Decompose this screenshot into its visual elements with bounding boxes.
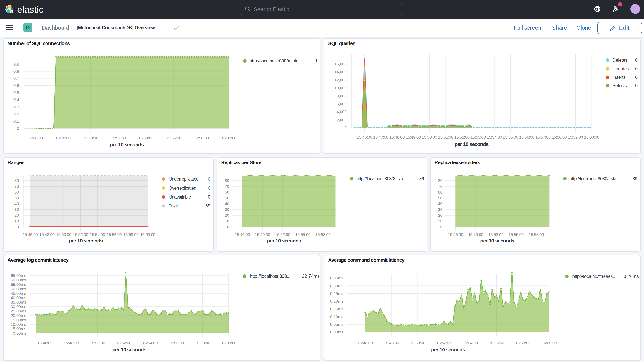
svg-text:15:58:00: 15:58:00 [124, 232, 139, 237]
svg-text:Selects: Selects [612, 83, 627, 88]
svg-text:per 10 seconds: per 10 seconds [112, 347, 146, 352]
svg-text:15:46:00: 15:46:00 [37, 340, 52, 345]
svg-text:15:55:00: 15:55:00 [295, 232, 310, 237]
svg-text:0.3: 0.3 [14, 105, 19, 109]
svg-text:15:46:00: 15:46:00 [235, 232, 250, 237]
svg-text:0.10ms: 0.10ms [330, 314, 344, 319]
svg-text:15:54:00: 15:54:00 [90, 232, 105, 237]
svg-text:22.74ms: 22.74ms [302, 274, 320, 279]
svg-text:Updates: Updates [612, 66, 629, 71]
svg-text:15:48:00: 15:48:00 [390, 135, 405, 139]
svg-text:4,000: 4,000 [336, 110, 347, 114]
svg-text:45.00ms: 45.00ms [10, 291, 26, 296]
svg-text:15:46:00: 15:46:00 [357, 135, 372, 139]
svg-text:40: 40 [14, 202, 19, 206]
svg-text:15:50:00: 15:50:00 [56, 232, 71, 237]
svg-text:15:59:00: 15:59:00 [568, 135, 583, 139]
svg-text:16:00:00: 16:00:00 [542, 340, 557, 345]
svg-text:60: 60 [14, 190, 19, 194]
svg-text:89: 89 [632, 176, 638, 181]
svg-text:16:00:00: 16:00:00 [221, 136, 236, 140]
svg-text:0.05ms: 0.05ms [330, 322, 344, 326]
svg-text:15:56:00: 15:56:00 [166, 136, 181, 140]
svg-text:10.00ms: 10.00ms [10, 322, 26, 326]
svg-text:15:58:00: 15:58:00 [552, 135, 567, 139]
svg-text:10: 10 [438, 219, 442, 223]
svg-text:0: 0 [635, 58, 638, 63]
svg-text:89: 89 [419, 176, 424, 181]
svg-text:0.26ms: 0.26ms [624, 274, 639, 279]
svg-text:70: 70 [14, 184, 19, 188]
svg-text:0: 0 [635, 74, 638, 80]
svg-text:30.00ms: 30.00ms [10, 304, 26, 309]
svg-text:6,000: 6,000 [336, 102, 347, 106]
svg-text:15:50:00: 15:50:00 [422, 135, 437, 139]
svg-text:15:52:00: 15:52:00 [73, 232, 88, 237]
svg-text:40: 40 [225, 202, 229, 206]
svg-text:0.00ms: 0.00ms [13, 331, 26, 336]
svg-text:15:58:00: 15:58:00 [316, 232, 331, 237]
svg-text:15:48:00: 15:48:00 [55, 136, 70, 140]
svg-text:1: 1 [17, 55, 19, 59]
svg-text:50: 50 [225, 196, 229, 200]
svg-text:15:51:00: 15:51:00 [438, 135, 453, 139]
svg-text:15.00ms: 15.00ms [10, 318, 26, 322]
svg-text:50: 50 [438, 196, 442, 200]
svg-text:15:52:00: 15:52:00 [436, 340, 452, 345]
svg-text:0.15ms: 0.15ms [330, 307, 344, 311]
svg-text:0.35ms: 0.35ms [330, 276, 344, 280]
svg-text:15:50:00: 15:50:00 [410, 340, 425, 345]
svg-text:15:52:00: 15:52:00 [111, 136, 126, 140]
svg-text:50: 50 [14, 196, 19, 200]
svg-text:15:52:00: 15:52:00 [454, 135, 470, 139]
svg-text:per 10 seconds: per 10 seconds [431, 347, 465, 352]
svg-text:15:55:00: 15:55:00 [503, 135, 518, 139]
svg-text:80: 80 [438, 178, 442, 183]
svg-text:15:54:00: 15:54:00 [487, 135, 502, 139]
svg-text:per 10 seconds: per 10 seconds [454, 141, 488, 147]
svg-text:10: 10 [14, 219, 19, 223]
svg-text:Average log commit latency: Average log commit latency [8, 257, 69, 263]
svg-text:15:58:00: 15:58:00 [195, 340, 210, 345]
svg-text:60: 60 [225, 190, 229, 194]
svg-text:15:48:00: 15:48:00 [384, 340, 399, 345]
svg-text:2,000: 2,000 [336, 118, 347, 122]
svg-text:0: 0 [227, 224, 229, 229]
svg-text:Inserts: Inserts [612, 74, 626, 80]
svg-text:15:58:00: 15:58:00 [529, 232, 544, 237]
svg-text:Average command commit latency: Average command commit latency [328, 257, 405, 263]
svg-text:per 10 seconds: per 10 seconds [267, 238, 301, 244]
svg-text:http://localhost:8080...: http://localhost:8080... [572, 274, 615, 279]
svg-text:per 10 seconds: per 10 seconds [69, 238, 103, 244]
svg-text:Unavailable: Unavailable [169, 194, 191, 200]
svg-text:0: 0 [208, 194, 210, 200]
svg-text:15:56:00: 15:56:00 [489, 340, 504, 345]
svg-text:0: 0 [208, 176, 210, 182]
svg-text:40.00ms: 40.00ms [10, 296, 26, 300]
svg-text:15:49:00: 15:49:00 [406, 135, 421, 139]
svg-text:70: 70 [438, 184, 442, 188]
svg-text:55.00ms: 55.00ms [10, 282, 26, 287]
svg-text:Replicas per Store: Replicas per Store [221, 160, 262, 166]
svg-text:0.6: 0.6 [14, 83, 19, 88]
svg-text:http://localhost:8080/_stat...: http://localhost:8080/_stat... [250, 58, 303, 64]
svg-text:Deletes: Deletes [612, 58, 628, 63]
svg-text:Replica leaseholders: Replica leaseholders [434, 160, 480, 166]
svg-text:80: 80 [225, 178, 229, 183]
svg-text:10: 10 [225, 219, 229, 223]
svg-text:per 10 seconds: per 10 seconds [110, 142, 144, 148]
svg-text:0.20ms: 0.20ms [330, 299, 344, 304]
svg-text:0: 0 [16, 224, 19, 229]
svg-text:0.7: 0.7 [14, 76, 19, 80]
svg-text:10,000: 10,000 [334, 86, 347, 90]
svg-text:35.00ms: 35.00ms [10, 300, 26, 304]
svg-text:15:49:00: 15:49:00 [255, 232, 270, 237]
svg-text:14,000: 14,000 [334, 70, 347, 74]
svg-text:0.00ms: 0.00ms [330, 330, 344, 334]
svg-text:0: 0 [440, 224, 442, 229]
svg-text:Underreplicated: Underreplicated [169, 176, 198, 182]
svg-text:15:58:00: 15:58:00 [515, 340, 530, 345]
svg-text:0: 0 [208, 186, 210, 191]
svg-text:15:50:00: 15:50:00 [83, 136, 98, 140]
svg-text:0.9: 0.9 [14, 62, 19, 66]
